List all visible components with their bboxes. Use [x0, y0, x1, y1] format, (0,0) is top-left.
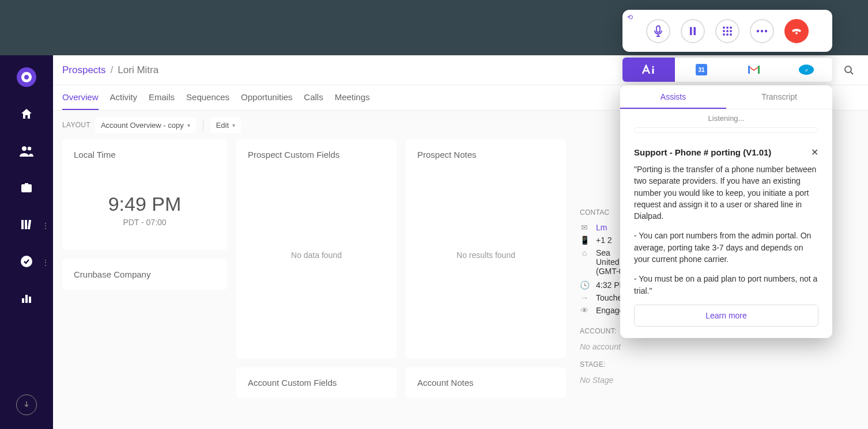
assist-title-row: Support - Phone # porting (V1.01) ✕	[634, 147, 818, 158]
svg-point-26	[765, 29, 767, 32]
svg-text:31: 31	[698, 67, 705, 73]
more-icon[interactable]: ⋮	[41, 221, 50, 230]
card-title: Account Notes	[406, 367, 566, 398]
svg-point-15	[723, 26, 725, 29]
home-icon: ⌂	[580, 248, 589, 257]
svg-point-25	[761, 29, 763, 32]
search-icon[interactable]	[839, 60, 859, 80]
assist-tabs: Assists Transcript	[620, 85, 832, 109]
card-account-custom: Account Custom Fields	[236, 367, 397, 398]
svg-rect-8	[22, 298, 24, 303]
tab-meetings[interactable]: Meetings	[335, 85, 370, 110]
svg-rect-4	[21, 220, 24, 229]
stage-value: No Stage	[580, 373, 854, 394]
int-ai[interactable]	[622, 58, 675, 82]
tab-opportunities[interactable]: Opportunities	[241, 85, 292, 110]
call-bar: ⟲	[622, 10, 832, 52]
card-prospect-notes: Prospect Notes No results found	[406, 139, 566, 358]
chevron-down-icon: ▾	[187, 122, 190, 128]
assist-panel: Assists Transcript Listening... Support …	[620, 85, 832, 338]
empty-state: No data found	[236, 170, 397, 340]
layout-select[interactable]: Account Overview - copy ▾	[95, 117, 196, 133]
col-2: Prospect Custom Fields No data found Acc…	[236, 139, 397, 398]
nav-briefcase[interactable]	[13, 177, 40, 198]
assist-p3: - You must be on a paid plan to port num…	[634, 273, 818, 297]
svg-point-19	[726, 30, 729, 32]
assist-card: Support - Phone # porting (V1.01) ✕ "Por…	[620, 138, 832, 338]
svg-text:sf: sf	[805, 69, 808, 72]
layout-label: LAYOUT	[62, 121, 90, 129]
account-value: No account	[580, 340, 854, 360]
tab-activity[interactable]: Activity	[110, 85, 138, 110]
nav-analytics[interactable]	[13, 288, 40, 309]
svg-point-0	[17, 67, 36, 87]
app-logo	[16, 67, 37, 88]
card-title: Crunbase Company	[62, 259, 227, 290]
card-title: Prospect Custom Fields	[236, 139, 397, 170]
svg-rect-9	[25, 295, 28, 303]
breadcrumb-root[interactable]: Prospects	[62, 64, 106, 76]
assist-body: "Porting is the transfer of a phone numb…	[634, 164, 818, 297]
nav-people[interactable]	[13, 141, 40, 161]
svg-point-20	[730, 30, 732, 32]
assist-tab-assists[interactable]: Assists	[620, 85, 726, 109]
prev-card-edge	[634, 127, 818, 133]
card-prospect-custom: Prospect Custom Fields No data found	[236, 139, 397, 358]
svg-rect-3	[21, 184, 32, 192]
email-link[interactable]: Lm	[596, 223, 607, 232]
resize-icon[interactable]: ⟲	[627, 13, 633, 21]
tab-overview[interactable]: Overview	[62, 85, 99, 110]
layout-edit[interactable]: Edit ▾	[210, 117, 241, 133]
nav-library[interactable]: ⋮	[13, 214, 40, 235]
col-3: Prospect Notes No results found Account …	[406, 139, 566, 398]
assist-title: Support - Phone # porting (V1.01)	[634, 147, 771, 157]
tab-calls[interactable]: Calls	[304, 85, 323, 110]
download-button[interactable]	[16, 394, 37, 415]
time-value: 9:49 PM	[74, 193, 216, 215]
chevron-down-icon: ▾	[232, 122, 235, 128]
card-title: Local Time	[62, 139, 227, 170]
svg-rect-10	[29, 297, 31, 303]
clock-icon: 🕓	[580, 280, 589, 290]
dialpad-button[interactable]	[715, 19, 739, 43]
empty-state: No results found	[406, 170, 566, 340]
nav-check[interactable]: ⋮	[13, 251, 40, 272]
card-local-time: Local Time 9:49 PM PDT - 07:00	[62, 139, 227, 250]
layout-value: Account Overview - copy	[101, 121, 184, 130]
svg-rect-14	[694, 27, 696, 35]
breadcrumb: Prospects / Lori Mitra	[62, 64, 158, 76]
stage-section: STAGE: No Stage	[575, 360, 859, 394]
svg-rect-12	[656, 26, 660, 32]
tab-emails[interactable]: Emails	[149, 85, 175, 110]
svg-rect-5	[25, 220, 27, 229]
eye-icon: 👁	[580, 306, 589, 315]
mic-button[interactable]	[646, 19, 670, 43]
svg-point-2	[28, 147, 31, 150]
int-calendar[interactable]: 31	[675, 58, 727, 82]
divider	[203, 119, 203, 131]
pause-button[interactable]	[681, 19, 705, 43]
breadcrumb-current: Lori Mitra	[118, 64, 158, 76]
card-title: Account Custom Fields	[236, 367, 397, 398]
int-gmail[interactable]	[727, 58, 780, 82]
svg-point-23	[730, 33, 732, 36]
assist-p2: - You can port numbers from the admin po…	[634, 230, 818, 265]
mail-icon: ✉	[580, 223, 589, 232]
close-icon[interactable]: ✕	[811, 147, 818, 158]
svg-point-11	[845, 66, 851, 73]
learn-more-button[interactable]: Learn more	[634, 305, 818, 327]
more-button[interactable]	[750, 19, 774, 43]
svg-point-18	[723, 30, 725, 32]
sidebar: ⋮ ⋮	[0, 55, 53, 429]
more-icon[interactable]: ⋮	[41, 258, 50, 267]
card-title: Prospect Notes	[406, 139, 566, 170]
assist-tab-transcript[interactable]: Transcript	[726, 85, 832, 109]
nav-home[interactable]	[13, 104, 40, 124]
int-salesforce[interactable]: sf	[780, 58, 832, 82]
hangup-button[interactable]	[784, 19, 809, 43]
tab-sequences[interactable]: Sequences	[186, 85, 229, 110]
svg-point-27	[652, 66, 654, 68]
stage-heading: STAGE:	[580, 360, 854, 369]
svg-rect-28	[652, 69, 654, 74]
svg-point-21	[723, 33, 725, 36]
